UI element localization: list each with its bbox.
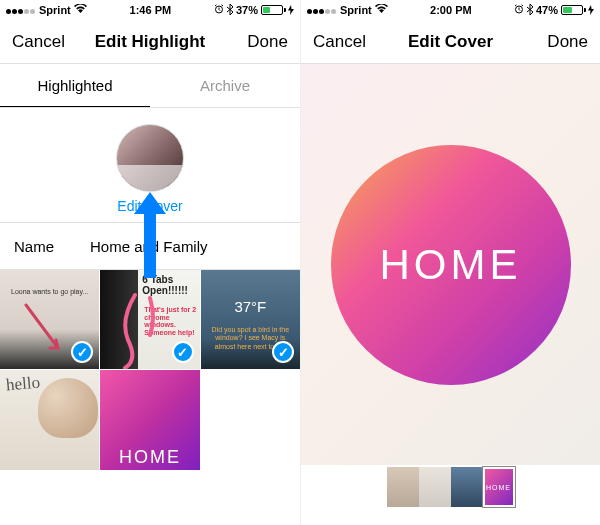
cover-option-1[interactable] — [387, 467, 419, 507]
status-bar: Sprint 1:46 PM 37% — [0, 0, 300, 20]
story-caption: hello — [5, 373, 41, 396]
cover-circle-preview: HOME — [331, 145, 571, 385]
nav-bar: Cancel Edit Cover Done — [301, 20, 600, 64]
battery-icon — [261, 5, 294, 15]
alarm-icon — [214, 4, 224, 16]
story-thumb-2[interactable]: 6 Tabs Open!!!!!! That's just for 2 chro… — [100, 270, 199, 369]
cover-option-3[interactable] — [451, 467, 483, 507]
story-caption: HOME — [119, 447, 181, 468]
story-caption: Loona wants to go play... — [0, 288, 99, 295]
story-thumb-empty — [201, 370, 300, 469]
story-thumb-1[interactable]: Loona wants to go play... ✓ — [0, 270, 99, 369]
selected-check-icon: ✓ — [172, 341, 194, 363]
clock: 1:46 PM — [130, 4, 172, 16]
signal-dots-icon — [307, 4, 337, 16]
drawn-stroke-icon — [110, 290, 180, 369]
nav-bar: Cancel Edit Highlight Done — [0, 20, 300, 64]
story-thumb-4[interactable]: hello — [0, 370, 99, 469]
cover-crop-canvas[interactable]: HOME — [301, 64, 600, 465]
drawn-stroke-icon — [18, 300, 68, 360]
cover-option-selected[interactable]: HOME — [483, 467, 515, 507]
tab-highlighted[interactable]: Highlighted — [0, 64, 150, 107]
bluetooth-icon — [527, 4, 533, 17]
name-input[interactable] — [90, 238, 300, 255]
battery-icon — [561, 5, 594, 15]
nav-title: Edit Highlight — [95, 32, 205, 52]
name-label: Name — [0, 238, 90, 255]
cancel-button[interactable]: Cancel — [12, 32, 72, 52]
status-bar: Sprint 2:00 PM 47% — [301, 0, 600, 20]
tab-bar: Highlighted Archive — [0, 64, 300, 108]
tab-archive[interactable]: Archive — [150, 64, 300, 107]
nav-title: Edit Cover — [408, 32, 493, 52]
left-screenshot: Sprint 1:46 PM 37% Cancel Edit Highlight… — [0, 0, 300, 525]
selected-check-icon: ✓ — [272, 341, 294, 363]
clock: 2:00 PM — [430, 4, 472, 16]
battery-pct: 47% — [536, 4, 558, 16]
right-screenshot: Sprint 2:00 PM 47% Cancel Edit Cover Don… — [300, 0, 600, 525]
annotation-arrow-icon — [134, 192, 166, 277]
story-thumb-5[interactable]: HOME — [100, 370, 199, 469]
carrier-label: Sprint — [340, 4, 372, 16]
done-button[interactable]: Done — [528, 32, 588, 52]
bluetooth-icon — [227, 4, 233, 17]
temperature-label: 37°F — [201, 298, 300, 315]
signal-dots-icon — [6, 4, 36, 16]
cover-thumb-strip: HOME — [301, 467, 600, 507]
cover-thumbnail[interactable] — [116, 124, 184, 192]
cover-option-2[interactable] — [419, 467, 451, 507]
carrier-label: Sprint — [39, 4, 71, 16]
cover-text: HOME — [380, 241, 522, 289]
done-button[interactable]: Done — [228, 32, 288, 52]
cancel-button[interactable]: Cancel — [313, 32, 373, 52]
selected-check-icon: ✓ — [71, 341, 93, 363]
story-thumb-3[interactable]: 37°F Did you spot a bird in the window? … — [201, 270, 300, 369]
face-graphic — [38, 378, 98, 438]
wifi-icon — [74, 4, 87, 16]
battery-pct: 37% — [236, 4, 258, 16]
story-grid: Loona wants to go play... ✓ 6 Tabs Open!… — [0, 270, 300, 470]
alarm-icon — [514, 4, 524, 16]
wifi-icon — [375, 4, 388, 16]
